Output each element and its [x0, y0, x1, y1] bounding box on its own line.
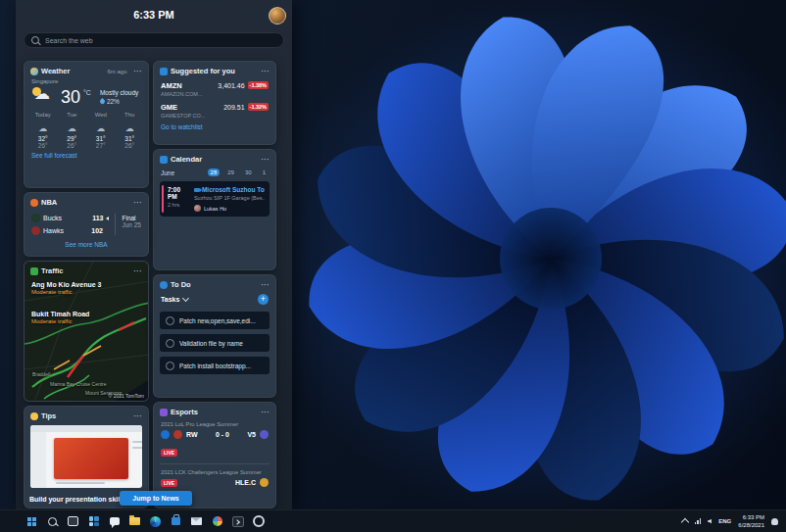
weather-forecast-link[interactable]: See full forecast [25, 150, 148, 161]
jump-to-news-button[interactable]: Jump to News [120, 491, 192, 506]
terminal-button[interactable] [229, 513, 246, 530]
game-status: Final [122, 215, 141, 221]
tips-widget-icon [30, 412, 38, 420]
more-options-icon[interactable] [262, 158, 270, 162]
watchlist-link[interactable]: Go to watchlist [154, 121, 275, 132]
stock-change-badge: -1.32% [248, 103, 269, 111]
traffic-widget[interactable]: Traffic Ang Mo Kio Avenue 3 Moderate tra… [24, 261, 149, 402]
traffic-widget-icon [30, 267, 38, 275]
map-attribution: © 2021 TomTom [109, 393, 144, 399]
task-checkbox[interactable] [166, 339, 174, 348]
task-view-button[interactable] [65, 513, 81, 530]
game-date: Jun 25 [122, 221, 141, 228]
settings-button[interactable] [250, 513, 267, 530]
tray-clock[interactable]: 6:33 PM 6/28/2021 [738, 513, 764, 529]
calendar-day[interactable]: 28 [208, 169, 221, 176]
more-options-icon[interactable] [262, 411, 270, 414]
event-title[interactable]: Microsoft Suzhou Toa... [202, 186, 265, 193]
add-task-button[interactable] [258, 294, 269, 305]
search-bar[interactable] [24, 32, 284, 48]
team-logo-icon [260, 478, 269, 487]
stocks-widget[interactable]: Suggested for you AMZN AMAZON.COM... 3,4… [153, 61, 276, 145]
calendar-day[interactable]: 29 [224, 169, 237, 176]
forecast-day[interactable]: Tue 29° 26° [58, 112, 87, 149]
tray-time: 6:33 PM [738, 513, 764, 521]
more-options-icon[interactable] [134, 414, 143, 418]
notifications-bell-icon[interactable] [771, 518, 778, 525]
nba-more-link[interactable]: See more NBA [25, 239, 148, 250]
user-avatar[interactable] [269, 7, 286, 24]
precipitation-value: 22% [107, 98, 120, 105]
weather-condition-icon [31, 87, 58, 107]
calendar-widget[interactable]: Calendar June 28 29 30 1 7:00 PM 2 hrs M… [153, 149, 276, 270]
tips-thumbnail[interactable] [30, 425, 142, 488]
weather-temperature: 30 [61, 88, 80, 106]
todo-widget[interactable]: To Do Tasks Patch new,open,save,edi... V… [153, 274, 276, 398]
mail-button[interactable] [188, 513, 205, 530]
nba-team-row[interactable]: Hawks 102 [31, 224, 109, 237]
more-options-icon[interactable] [134, 201, 143, 205]
volume-icon[interactable] [708, 519, 712, 524]
more-options-icon[interactable] [134, 269, 143, 273]
task-item[interactable]: Validation file by name [160, 334, 270, 352]
panel-clock: 6:33 PM [16, 9, 292, 21]
photos-button[interactable] [209, 513, 225, 530]
wallpaper-bloom-flower [286, 0, 786, 523]
esports-title: Esports [171, 408, 198, 416]
calendar-month: June [161, 169, 174, 176]
weather-title: Weather [41, 67, 70, 75]
forecast-day[interactable]: Thu 31° 26° [116, 112, 145, 149]
calendar-event[interactable]: 7:00 PM 2 hrs Microsoft Suzhou Toa... Su… [160, 181, 270, 217]
gear-icon [253, 515, 265, 527]
tips-title: Tips [41, 411, 56, 420]
attendee-name: Lukas Ho [204, 206, 226, 212]
network-icon[interactable] [695, 518, 702, 524]
rain-cloud-icon [125, 118, 134, 134]
more-options-icon[interactable] [262, 283, 270, 287]
task-item[interactable]: Patch install bootstrapp... [160, 357, 270, 374]
more-options-icon[interactable] [262, 70, 270, 73]
language-indicator[interactable]: ENG [718, 518, 731, 524]
stock-row[interactable]: GME GAMESTOP CO... 209.51 -1.32% [154, 100, 275, 121]
calendar-day[interactable]: 1 [260, 169, 269, 176]
nba-team-row[interactable]: Bucks 113 [31, 212, 109, 224]
event-location: Suzhou SIP 1F Garage (Bes... [194, 195, 265, 201]
chat-button[interactable] [106, 513, 123, 530]
file-explorer-button[interactable] [126, 513, 143, 530]
task-checkbox[interactable] [166, 316, 174, 325]
forecast-day[interactable]: Today 32° 26° [28, 112, 58, 149]
traffic-road[interactable]: Ang Mo Kio Avenue 3 Moderate traffic [31, 281, 101, 295]
terminal-icon [232, 516, 244, 527]
traffic-road[interactable]: Bukit Timah Road Moderate traffic [31, 311, 89, 324]
weather-condition-text: Mostly cloudy [100, 89, 138, 96]
map-label: Braddell [32, 371, 50, 377]
calendar-day[interactable]: 30 [242, 169, 255, 176]
start-button[interactable] [24, 513, 40, 530]
todo-title: To Do [171, 280, 191, 289]
stock-row[interactable]: AMZN AMAZON.COM... 3,401.46 -1.38% [154, 78, 275, 100]
edge-button[interactable] [147, 513, 164, 530]
event-color-bar [162, 185, 164, 213]
store-button[interactable] [168, 513, 184, 530]
esports-match[interactable]: RW 0 - 0 V5 [154, 427, 275, 440]
task-checkbox[interactable] [166, 362, 174, 370]
search-input[interactable] [43, 36, 276, 45]
taskbar-search-button[interactable] [44, 513, 61, 530]
show-hidden-icons-chevron[interactable] [681, 518, 689, 526]
stocks-widget-icon [160, 68, 168, 75]
esports-match[interactable]: LIVE HLE.C [154, 475, 275, 488]
nba-widget-icon [30, 199, 38, 207]
widgets-button[interactable] [85, 513, 102, 530]
calendar-title: Calendar [171, 155, 202, 164]
league-logo-icon [161, 430, 170, 439]
search-icon [48, 517, 57, 526]
forecast-day[interactable]: Wed 31° 27° [86, 112, 116, 149]
task-item[interactable]: Patch new,open,save,edi... [160, 312, 270, 329]
weather-widget[interactable]: Weather 6m ago Singapore 30 °C Mostly cl… [24, 61, 149, 188]
esports-widget-icon [160, 409, 168, 416]
more-options-icon[interactable] [134, 70, 143, 73]
task-list-selector[interactable]: Tasks [161, 296, 188, 303]
nba-widget[interactable]: NBA Bucks 113 Hawks 102 Fin [24, 192, 149, 257]
chevron-down-icon [182, 295, 189, 302]
tray-date: 6/28/2021 [738, 521, 764, 529]
